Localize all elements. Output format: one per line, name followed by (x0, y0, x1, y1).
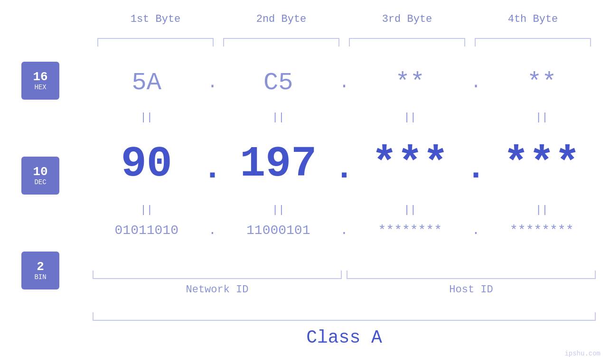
dec-sep-1: . (201, 143, 225, 186)
byte-label-4: 4th Byte (470, 13, 596, 25)
eq-1-1: || (93, 112, 201, 123)
bin-row: 01011010 . 11000101 . ******** . *******… (93, 223, 596, 238)
host-id-label: Host ID (347, 284, 596, 296)
bin-val-4: ******** (488, 223, 596, 238)
dec-val-4: *** (488, 140, 596, 188)
base-hex-badge: 16 HEX (21, 62, 59, 100)
base-hex-text: HEX (34, 84, 46, 91)
dec-val-3: *** (356, 140, 464, 188)
top-bracket-1 (97, 38, 214, 47)
hex-sep-2: . (332, 73, 356, 93)
network-id-label: Network ID (93, 284, 342, 296)
top-bracket-4 (475, 38, 591, 47)
eq-2-1: || (93, 204, 201, 216)
eq-sep-2 (332, 112, 356, 123)
id-labels: Network ID Host ID (93, 284, 596, 296)
bin-sep-1: . (201, 223, 225, 238)
class-label: Class A (93, 327, 596, 348)
watermark: ipshu.com (564, 350, 601, 357)
eq-2-3: || (356, 204, 464, 216)
eq-2-4: || (488, 204, 596, 216)
hex-sep-3: . (464, 73, 488, 93)
network-bracket (93, 271, 342, 279)
hex-val-4: ** (488, 69, 596, 97)
eq-1-3: || (356, 112, 464, 123)
bin-val-1: 01011010 (93, 223, 201, 238)
dec-sep-2: . (332, 143, 356, 186)
main-container: 1st Byte 2nd Byte 3rd Byte 4th Byte 16 H… (0, 0, 610, 364)
bottom-brackets (93, 271, 596, 279)
bin-sep-3: . (464, 223, 488, 238)
hex-val-2: C5 (225, 69, 333, 97)
base-dec-badge: 10 DEC (21, 157, 59, 195)
base-labels: 16 HEX 10 DEC 2 BIN (21, 62, 59, 289)
eq-sep-4 (201, 204, 225, 216)
eq-1-2: || (225, 112, 333, 123)
host-bracket (347, 271, 596, 279)
top-bracket-2 (223, 38, 339, 47)
bin-sep-2: . (332, 223, 356, 238)
top-bracket-3 (349, 38, 465, 47)
byte-label-2: 2nd Byte (218, 13, 344, 25)
eq-sep-5 (332, 204, 356, 216)
eq-sep-1 (201, 112, 225, 123)
byte-label-3: 3rd Byte (344, 13, 470, 25)
eq-sep-3 (464, 112, 488, 123)
eq-2-2: || (225, 204, 333, 216)
byte-headers: 1st Byte 2nd Byte 3rd Byte 4th Byte (93, 13, 596, 25)
dec-val-1: 90 (93, 140, 201, 188)
bin-val-2: 11000101 (225, 223, 333, 238)
equals-row-1: || || || || (93, 112, 596, 123)
dec-val-2: 197 (225, 140, 333, 188)
hex-row: 5A . C5 . ** . ** (93, 69, 596, 97)
hex-val-3: ** (356, 69, 464, 97)
bottom-full-bracket (93, 312, 596, 321)
hex-val-1: 5A (93, 69, 201, 97)
base-hex-num: 16 (33, 70, 47, 84)
dec-sep-3: . (464, 143, 488, 186)
bin-val-3: ******** (356, 223, 464, 238)
base-bin-num: 2 (37, 260, 44, 274)
base-dec-text: DEC (34, 178, 46, 186)
byte-label-1: 1st Byte (93, 13, 218, 25)
base-bin-text: BIN (34, 273, 46, 281)
eq-sep-6 (464, 204, 488, 216)
hex-sep-1: . (201, 73, 225, 93)
base-bin-badge: 2 BIN (21, 252, 59, 289)
dec-row: 90 . 197 . *** . *** (93, 140, 596, 188)
top-brackets (93, 38, 596, 47)
base-dec-num: 10 (33, 165, 47, 179)
equals-row-2: || || || || (93, 204, 596, 216)
eq-1-4: || (488, 112, 596, 123)
